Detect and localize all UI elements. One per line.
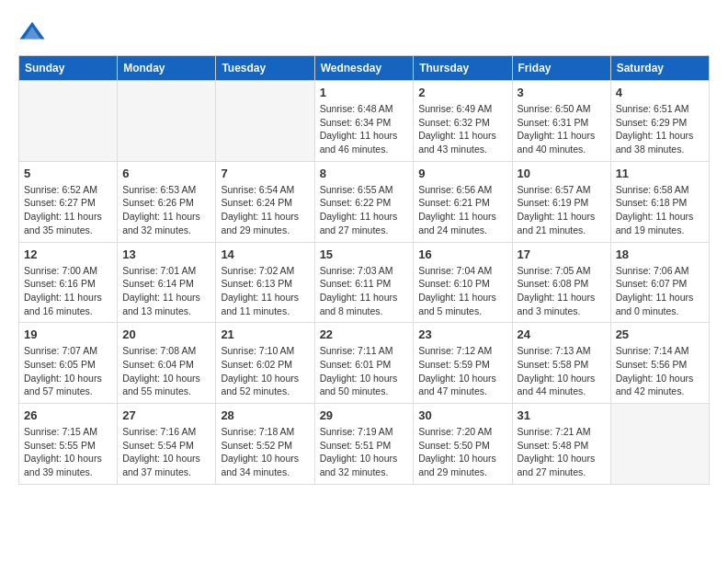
day-number: 7 (221, 167, 309, 180)
calendar-cell: 9Sunrise: 6:56 AM Sunset: 6:21 PM Daylig… (414, 161, 512, 242)
day-number: 3 (518, 86, 606, 99)
day-info: Sunrise: 6:49 AM Sunset: 6:32 PM Dayligh… (418, 102, 506, 156)
calendar-cell: 13Sunrise: 7:01 AM Sunset: 6:14 PM Dayli… (118, 242, 216, 323)
calendar-cell: 12Sunrise: 7:00 AM Sunset: 6:16 PM Dayli… (19, 242, 118, 323)
day-info: Sunrise: 6:58 AM Sunset: 6:18 PM Dayligh… (616, 183, 704, 237)
calendar-cell: 4Sunrise: 6:51 AM Sunset: 6:29 PM Daylig… (610, 81, 709, 162)
day-number: 8 (320, 167, 409, 180)
day-number: 12 (24, 247, 112, 261)
day-number: 24 (518, 327, 606, 341)
day-number: 27 (122, 408, 210, 422)
day-number: 2 (418, 86, 506, 99)
day-number: 1 (320, 86, 409, 99)
column-header-wednesday: Wednesday (314, 56, 414, 81)
day-info: Sunrise: 7:16 AM Sunset: 5:54 PM Dayligh… (122, 425, 210, 479)
week-row-3: 12Sunrise: 7:00 AM Sunset: 6:16 PM Dayli… (19, 242, 710, 323)
day-number: 14 (221, 247, 309, 261)
day-info: Sunrise: 7:08 AM Sunset: 6:04 PM Dayligh… (122, 344, 210, 398)
day-number: 15 (320, 247, 409, 261)
column-header-tuesday: Tuesday (216, 56, 314, 81)
header-row: SundayMondayTuesdayWednesdayThursdayFrid… (19, 56, 710, 81)
calendar-cell: 19Sunrise: 7:07 AM Sunset: 6:05 PM Dayli… (19, 323, 118, 404)
day-info: Sunrise: 7:10 AM Sunset: 6:02 PM Dayligh… (221, 344, 309, 398)
day-info: Sunrise: 6:51 AM Sunset: 6:29 PM Dayligh… (616, 102, 704, 156)
week-row-1: 1Sunrise: 6:48 AM Sunset: 6:34 PM Daylig… (19, 81, 710, 162)
calendar-cell: 10Sunrise: 6:57 AM Sunset: 6:19 PM Dayli… (512, 161, 610, 242)
calendar-cell: 2Sunrise: 6:49 AM Sunset: 6:32 PM Daylig… (414, 81, 512, 162)
day-info: Sunrise: 7:18 AM Sunset: 5:52 PM Dayligh… (221, 425, 309, 479)
day-number: 28 (221, 408, 309, 422)
column-header-thursday: Thursday (414, 56, 512, 81)
calendar-cell (19, 81, 118, 162)
calendar-cell: 27Sunrise: 7:16 AM Sunset: 5:54 PM Dayli… (118, 404, 216, 485)
calendar-cell: 26Sunrise: 7:15 AM Sunset: 5:55 PM Dayli… (19, 404, 118, 485)
day-info: Sunrise: 6:56 AM Sunset: 6:21 PM Dayligh… (418, 183, 506, 237)
calendar-cell: 17Sunrise: 7:05 AM Sunset: 6:08 PM Dayli… (512, 242, 610, 323)
day-number: 29 (320, 408, 409, 422)
day-info: Sunrise: 7:19 AM Sunset: 5:51 PM Dayligh… (320, 425, 409, 479)
calendar-cell: 25Sunrise: 7:14 AM Sunset: 5:56 PM Dayli… (610, 323, 709, 404)
calendar-cell: 11Sunrise: 6:58 AM Sunset: 6:18 PM Dayli… (610, 161, 709, 242)
calendar-cell: 16Sunrise: 7:04 AM Sunset: 6:10 PM Dayli… (414, 242, 512, 323)
day-number: 22 (320, 327, 409, 341)
calendar-cell: 6Sunrise: 6:53 AM Sunset: 6:26 PM Daylig… (118, 161, 216, 242)
day-number: 30 (418, 408, 506, 422)
day-info: Sunrise: 6:48 AM Sunset: 6:34 PM Dayligh… (320, 102, 409, 156)
day-info: Sunrise: 7:12 AM Sunset: 5:59 PM Dayligh… (418, 344, 506, 398)
day-info: Sunrise: 7:00 AM Sunset: 6:16 PM Dayligh… (24, 264, 112, 318)
day-info: Sunrise: 7:05 AM Sunset: 6:08 PM Dayligh… (518, 264, 606, 318)
day-info: Sunrise: 6:53 AM Sunset: 6:26 PM Dayligh… (122, 183, 210, 237)
calendar-cell: 29Sunrise: 7:19 AM Sunset: 5:51 PM Dayli… (314, 404, 414, 485)
day-number: 21 (221, 327, 309, 341)
logo (18, 18, 50, 46)
day-info: Sunrise: 6:54 AM Sunset: 6:24 PM Dayligh… (221, 183, 309, 237)
day-info: Sunrise: 7:15 AM Sunset: 5:55 PM Dayligh… (24, 425, 112, 479)
calendar-cell (118, 81, 216, 162)
page-header (18, 18, 710, 46)
day-info: Sunrise: 7:02 AM Sunset: 6:13 PM Dayligh… (221, 264, 309, 318)
day-info: Sunrise: 7:01 AM Sunset: 6:14 PM Dayligh… (122, 264, 210, 318)
calendar-cell: 24Sunrise: 7:13 AM Sunset: 5:58 PM Dayli… (512, 323, 610, 404)
calendar-cell: 3Sunrise: 6:50 AM Sunset: 6:31 PM Daylig… (512, 81, 610, 162)
column-header-sunday: Sunday (19, 56, 118, 81)
day-number: 11 (616, 167, 704, 180)
calendar-cell: 7Sunrise: 6:54 AM Sunset: 6:24 PM Daylig… (216, 161, 314, 242)
day-number: 31 (518, 408, 606, 422)
day-info: Sunrise: 7:13 AM Sunset: 5:58 PM Dayligh… (518, 344, 606, 398)
day-info: Sunrise: 7:20 AM Sunset: 5:50 PM Dayligh… (418, 425, 506, 479)
calendar-cell: 18Sunrise: 7:06 AM Sunset: 6:07 PM Dayli… (610, 242, 709, 323)
day-info: Sunrise: 7:07 AM Sunset: 6:05 PM Dayligh… (24, 344, 112, 398)
column-header-saturday: Saturday (610, 56, 709, 81)
logo-icon (18, 18, 46, 46)
day-number: 19 (24, 327, 112, 341)
column-header-friday: Friday (512, 56, 610, 81)
day-number: 6 (122, 167, 210, 180)
day-number: 16 (418, 247, 506, 261)
day-info: Sunrise: 6:52 AM Sunset: 6:27 PM Dayligh… (24, 183, 112, 237)
calendar-cell: 14Sunrise: 7:02 AM Sunset: 6:13 PM Dayli… (216, 242, 314, 323)
day-number: 4 (616, 86, 704, 99)
day-info: Sunrise: 7:06 AM Sunset: 6:07 PM Dayligh… (616, 264, 704, 318)
day-info: Sunrise: 7:14 AM Sunset: 5:56 PM Dayligh… (616, 344, 704, 398)
day-info: Sunrise: 6:55 AM Sunset: 6:22 PM Dayligh… (320, 183, 409, 237)
day-info: Sunrise: 7:21 AM Sunset: 5:48 PM Dayligh… (518, 425, 606, 479)
day-info: Sunrise: 7:04 AM Sunset: 6:10 PM Dayligh… (418, 264, 506, 318)
calendar-cell: 30Sunrise: 7:20 AM Sunset: 5:50 PM Dayli… (414, 404, 512, 485)
column-header-monday: Monday (118, 56, 216, 81)
day-number: 23 (418, 327, 506, 341)
calendar-cell (216, 81, 314, 162)
calendar-cell: 28Sunrise: 7:18 AM Sunset: 5:52 PM Dayli… (216, 404, 314, 485)
day-number: 18 (616, 247, 704, 261)
day-number: 5 (24, 167, 112, 180)
calendar-cell: 22Sunrise: 7:11 AM Sunset: 6:01 PM Dayli… (314, 323, 414, 404)
day-info: Sunrise: 7:11 AM Sunset: 6:01 PM Dayligh… (320, 344, 409, 398)
week-row-4: 19Sunrise: 7:07 AM Sunset: 6:05 PM Dayli… (19, 323, 710, 404)
day-number: 20 (122, 327, 210, 341)
calendar-cell: 23Sunrise: 7:12 AM Sunset: 5:59 PM Dayli… (414, 323, 512, 404)
day-info: Sunrise: 6:57 AM Sunset: 6:19 PM Dayligh… (518, 183, 606, 237)
day-number: 10 (518, 167, 606, 180)
day-number: 17 (518, 247, 606, 261)
calendar-table: SundayMondayTuesdayWednesdayThursdayFrid… (18, 55, 710, 485)
week-row-2: 5Sunrise: 6:52 AM Sunset: 6:27 PM Daylig… (19, 161, 710, 242)
day-number: 26 (24, 408, 112, 422)
